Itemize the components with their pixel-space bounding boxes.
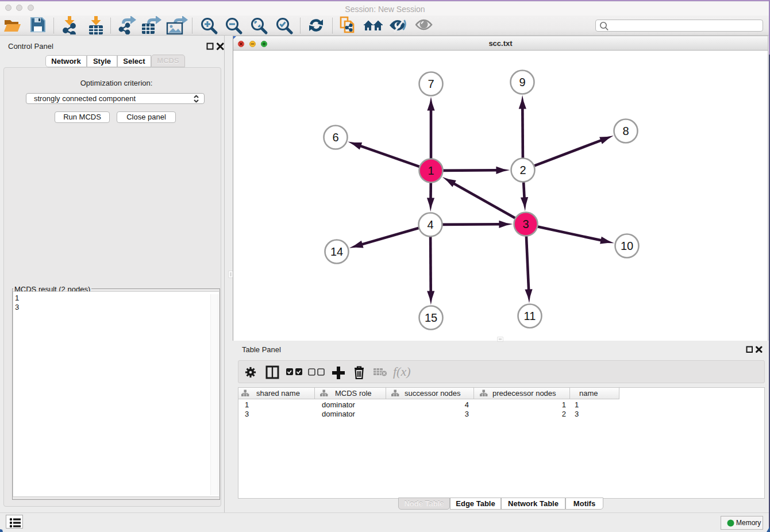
svg-text:6: 6 <box>332 131 338 144</box>
svg-text:10: 10 <box>621 240 633 252</box>
svg-text:7: 7 <box>428 78 434 90</box>
svg-text:9: 9 <box>519 76 525 88</box>
svg-text:14: 14 <box>330 245 343 258</box>
svg-text:8: 8 <box>622 125 629 137</box>
svg-text:11: 11 <box>524 310 536 322</box>
svg-text:3: 3 <box>522 218 529 230</box>
svg-text:1: 1 <box>428 164 434 177</box>
svg-text:4: 4 <box>427 218 433 231</box>
svg-text:15: 15 <box>425 311 437 324</box>
svg-text:2: 2 <box>519 164 526 176</box>
